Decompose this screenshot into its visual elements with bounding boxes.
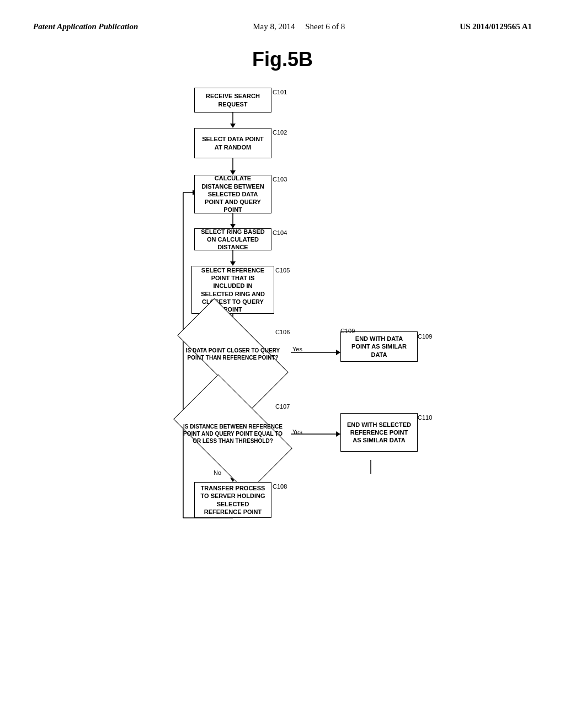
diamond-text-c107: IS DISTANCE BETWEEN REFERENCE POINT AND … [180,423,285,445]
c106-yes-label: Yes [292,346,302,352]
svg-marker-15 [336,431,340,437]
patent-number: US 2014/0129565 A1 [460,22,532,31]
ref-c103: C103 [273,176,287,183]
diagram-container: Fig.5B [33,48,532,672]
svg-marker-1 [230,124,236,128]
node-c109: END WITH DATA POINT AS SIMILAR DATA [340,331,418,362]
svg-marker-11 [336,350,340,355]
flowchart: RECEIVE SEARCH REQUEST C101 SELECT DATA … [95,77,470,672]
c107-yes-label: Yes [292,429,302,435]
page: Patent Application Publication May 8, 20… [0,0,565,728]
sheet: Sheet 6 of 8 [305,22,345,31]
node-c107: IS DISTANCE BETWEEN REFERENCE POINT AND … [180,402,285,465]
svg-marker-7 [230,261,236,266]
ref-c109-text: C109 [418,333,432,340]
ref-c107: C107 [275,403,290,410]
c107-no-label: No [214,469,221,476]
node-c108: TRANSFER PROCESS TO SERVER HOLDING SELEC… [194,482,271,518]
ref-c108: C108 [273,483,287,490]
node-c102: SELECT DATA POINT AT RANDOM [194,128,271,158]
ref-c102: C102 [273,129,287,136]
ref-c101: C101 [273,89,287,95]
node-c106: IS DATA POINT CLOSER TO QUERY POINT THAN… [180,328,285,380]
node-c105: SELECT REFERENCE POINT THAT IS INCLUDED … [191,266,274,314]
ref-c109: C109 [340,328,355,334]
ref-c110: C110 [418,414,432,421]
publication-label: Patent Application Publication [33,22,138,31]
diamond-text-c106: IS DATA POINT CLOSER TO QUERY POINT THAN… [180,347,285,361]
node-c110: END WITH SELECTED REFERENCE POINT AS SIM… [340,413,418,452]
ref-c106: C106 [275,329,290,335]
date: May 8, 2014 [253,22,295,31]
node-c101: RECEIVE SEARCH REQUEST [194,88,271,113]
node-c103: CALCULATE DISTANCE BETWEEN SELECTED DATA… [194,175,271,213]
date-sheet: May 8, 2014 Sheet 6 of 8 [253,22,345,31]
ref-c105: C105 [275,267,290,274]
ref-c104: C104 [273,229,287,236]
page-header: Patent Application Publication May 8, 20… [33,22,532,31]
node-c104: SELECT RING BASED ON CALCULATED DISTANCE [194,228,271,250]
figure-title: Fig.5B [252,48,313,71]
